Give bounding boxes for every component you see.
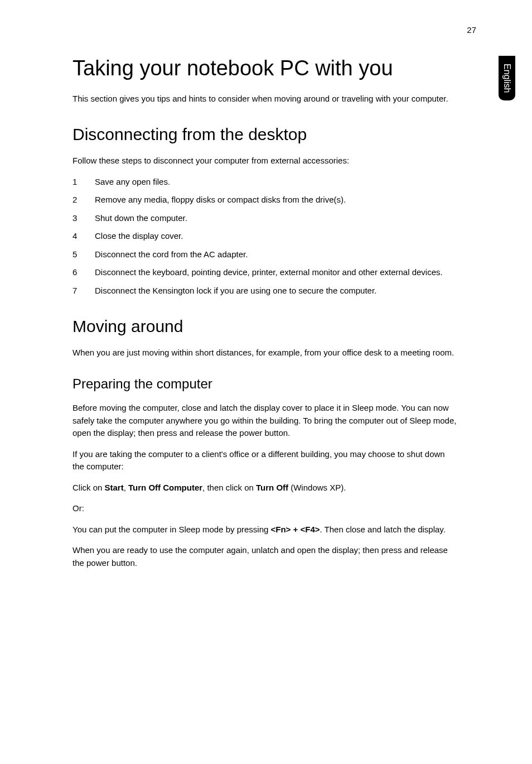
step-number: 6 <box>72 266 95 279</box>
subsection-heading-preparing: Preparing the computer <box>72 376 457 392</box>
text-fragment: You can put the computer in Sleep mode b… <box>72 525 271 534</box>
list-item: 3Shut down the computer. <box>72 212 457 225</box>
text-fragment: , then click on <box>202 483 256 492</box>
section2-intro: When you are just moving within short di… <box>72 347 457 359</box>
step-text: Disconnect the keyboard, pointing device… <box>95 266 457 279</box>
bold-text: Turn Off Computer <box>128 483 202 492</box>
bold-text: <Fn> + <F4> <box>271 525 320 534</box>
list-item: 7Disconnect the Kensington lock if you a… <box>72 285 457 297</box>
list-item: 5Disconnect the cord from the AC adapter… <box>72 248 457 261</box>
body-text: Or: <box>72 502 457 515</box>
list-item: 4Close the display cover. <box>72 230 457 243</box>
body-text: You can put the computer in Sleep mode b… <box>72 523 457 536</box>
list-item: 6Disconnect the keyboard, pointing devic… <box>72 266 457 279</box>
body-text: If you are taking the computer to a clie… <box>72 448 457 473</box>
text-fragment: . Then close and latch the display. <box>320 525 445 534</box>
list-item: 2Remove any media, floppy disks or compa… <box>72 194 457 206</box>
step-number: 5 <box>72 248 95 261</box>
section-heading-disconnecting: Disconnecting from the desktop <box>72 124 457 145</box>
body-text: When you are ready to use the computer a… <box>72 544 457 569</box>
body-text: Before moving the computer, close and la… <box>72 402 457 440</box>
list-item: 1Save any open files. <box>72 176 457 189</box>
step-text: Disconnect the cord from the AC adapter. <box>95 248 457 261</box>
page-content: Taking your notebook PC with you This se… <box>72 56 457 578</box>
step-number: 7 <box>72 285 95 297</box>
section-heading-moving: Moving around <box>72 316 457 337</box>
step-text: Remove any media, floppy disks or compac… <box>95 194 457 206</box>
intro-text: This section gives you tips and hints to… <box>72 93 457 105</box>
step-number: 4 <box>72 230 95 243</box>
step-number: 2 <box>72 194 95 206</box>
step-text: Save any open files. <box>95 176 457 189</box>
disconnect-steps-list: 1Save any open files. 2Remove any media,… <box>72 176 457 297</box>
language-tab: English <box>499 56 515 100</box>
text-fragment: , <box>124 483 128 492</box>
page-title: Taking your notebook PC with you <box>72 56 457 81</box>
body-text: Click on Start, Turn Off Computer, then … <box>72 482 457 494</box>
text-fragment: Click on <box>72 483 105 492</box>
text-fragment: (Windows XP). <box>288 483 346 492</box>
page-number: 27 <box>467 25 476 35</box>
section1-intro: Follow these steps to disconnect your co… <box>72 155 457 167</box>
bold-text: Start <box>105 483 124 492</box>
step-text: Shut down the computer. <box>95 212 457 225</box>
step-text: Disconnect the Kensington lock if you ar… <box>95 285 457 297</box>
bold-text: Turn Off <box>256 483 288 492</box>
step-number: 1 <box>72 176 95 189</box>
step-text: Close the display cover. <box>95 230 457 243</box>
step-number: 3 <box>72 212 95 225</box>
